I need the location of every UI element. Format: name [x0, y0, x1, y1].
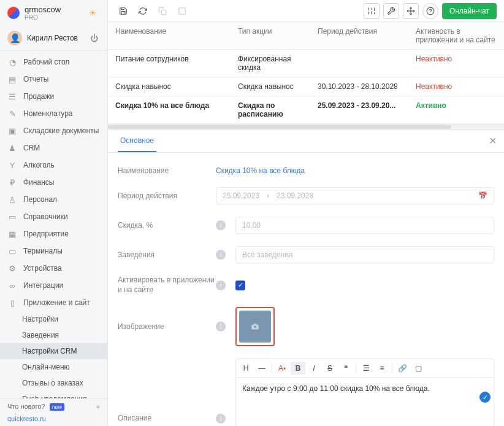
- online-chat-button[interactable]: Онлайн-чат: [442, 3, 497, 19]
- sidebar-item-app-and-site[interactable]: ▯Приложение и сайт: [0, 294, 107, 311]
- sidebar-item-settings[interactable]: Настройки: [0, 311, 107, 327]
- theme-toggle-icon[interactable]: ☀: [85, 6, 100, 20]
- table-row[interactable]: Питание сотрудников Фиксированная скидка…: [108, 50, 504, 77]
- sidebar-item-crm-settings[interactable]: Настройки CRM: [0, 343, 107, 359]
- color-icon[interactable]: A▾: [275, 362, 289, 375]
- sidebar-item-venues[interactable]: Заведения: [0, 327, 107, 343]
- move-icon[interactable]: [403, 3, 419, 19]
- collapse-sidebar-icon[interactable]: «: [96, 403, 100, 410]
- add-icon[interactable]: [174, 3, 190, 19]
- cell-activity: Неактивно: [408, 77, 504, 96]
- table-header: Наименование Тип акции Период действия А…: [108, 22, 504, 50]
- sidebar-item-label: Интеграции: [23, 281, 63, 290]
- th-period[interactable]: Период действия: [310, 22, 408, 49]
- sidebar-item-integrations[interactable]: ∞Интеграции: [0, 277, 107, 294]
- save-icon[interactable]: [115, 3, 131, 19]
- italic-icon[interactable]: I: [307, 362, 321, 375]
- sidebar-item-label: Финансы: [23, 178, 54, 187]
- sidebar-item-devices[interactable]: ⚙Устройства: [0, 260, 107, 277]
- filter-icon[interactable]: [364, 3, 380, 19]
- hr-icon[interactable]: —: [254, 362, 269, 375]
- sidebar-item-enterprise[interactable]: ▦Предприятие: [0, 225, 107, 242]
- sidebar-item-sales[interactable]: ☰Продажи: [0, 88, 107, 105]
- app-logo: [7, 7, 20, 19]
- finance-icon: ₽: [7, 177, 17, 187]
- horizontal-scrollbar[interactable]: [108, 125, 504, 130]
- strike-icon[interactable]: S: [323, 362, 337, 375]
- toolbar: Онлайн-чат: [108, 0, 504, 22]
- value-name[interactable]: Скидка 10% на все блюда: [216, 166, 305, 175]
- info-icon[interactable]: i: [216, 220, 226, 230]
- sidebar-item-label: Терминалы: [23, 247, 63, 255]
- settings-icon[interactable]: [383, 3, 399, 19]
- sidebar-item-finance[interactable]: ₽Финансы: [0, 174, 107, 191]
- th-name[interactable]: Наименование: [108, 22, 231, 49]
- cell-type: Скидка навынос: [231, 77, 310, 96]
- cell-period: 30.10.2023 - 28.10.2028: [310, 77, 408, 96]
- period-from: 25.09.2023: [223, 192, 259, 200]
- cell-activity: Неактивно: [408, 50, 504, 77]
- table-row[interactable]: Скидка навынос Скидка навынос 30.10.2023…: [108, 77, 504, 96]
- sidebar-item-dictionaries[interactable]: ▭Справочники: [0, 208, 107, 225]
- sidebar-item-label: Настройки: [22, 315, 58, 323]
- whats-new-link[interactable]: Что нового?: [7, 403, 45, 410]
- image-upload[interactable]: [235, 307, 275, 346]
- th-activity[interactable]: Активность в приложении и на сайте: [408, 22, 504, 49]
- heading-icon[interactable]: H: [239, 362, 253, 375]
- chart-icon: ▤: [7, 74, 17, 84]
- bold-icon[interactable]: B: [291, 362, 305, 375]
- info-icon[interactable]: i: [216, 414, 226, 424]
- sidebar-item-reports[interactable]: ▤Отчеты: [0, 71, 107, 88]
- info-icon[interactable]: i: [216, 281, 226, 290]
- help-icon[interactable]: [422, 3, 438, 19]
- info-icon[interactable]: i: [216, 250, 226, 260]
- close-icon[interactable]: ✕: [489, 135, 497, 147]
- sidebar-item-crm[interactable]: ♟CRM: [0, 139, 107, 157]
- calendar-icon[interactable]: 📅: [478, 192, 487, 200]
- gauge-icon: ◔: [7, 57, 17, 67]
- user-row: 👤 Кирилл Рестов ⏻: [0, 26, 107, 51]
- cell-activity: Активно: [408, 96, 504, 123]
- editor-body[interactable]: Каждое утро с 9:00 до 11:00 скидка 10% н…: [236, 378, 494, 426]
- sidebar-item-staff[interactable]: ♙Персонал: [0, 191, 107, 208]
- quote-icon[interactable]: ❝: [338, 362, 353, 375]
- link-icon[interactable]: 🔗: [395, 362, 410, 375]
- staff-icon: ♙: [7, 195, 17, 204]
- sidebar-item-dashboard[interactable]: ◔Рабочий стол: [0, 53, 107, 71]
- discount-input[interactable]: [235, 217, 494, 234]
- list-ul-icon[interactable]: ☰: [359, 362, 373, 375]
- site-link[interactable]: quickresto.ru: [0, 414, 107, 426]
- sidebar-item-reviews[interactable]: Отзывы о заказах: [0, 375, 107, 391]
- activate-checkbox[interactable]: ✓: [235, 281, 245, 290]
- cell-period: [310, 50, 408, 77]
- period-input[interactable]: 25.09.2023 › 23.09.2028 📅: [216, 187, 494, 204]
- table-row[interactable]: Скидка 10% на все блюда Скидка по распис…: [108, 96, 504, 124]
- venues-input[interactable]: [235, 246, 494, 263]
- sidebar-item-online-menu[interactable]: Онлайн-меню: [0, 359, 107, 375]
- label-discount: Скидка, %: [118, 221, 216, 230]
- sidebar-item-label: Заведения: [22, 331, 59, 339]
- refresh-icon[interactable]: [135, 3, 151, 19]
- sidebar-item-terminals[interactable]: ▭Терминалы: [0, 242, 107, 260]
- th-type[interactable]: Тип акции: [231, 22, 310, 49]
- sidebar-item-label: Справочники: [23, 212, 68, 221]
- new-badge: new: [50, 403, 65, 411]
- sidebar-item-alcohol[interactable]: YАлкоголь: [0, 157, 107, 174]
- camera-icon: [239, 311, 271, 343]
- copy-icon[interactable]: [155, 3, 170, 19]
- terminal-icon: ▭: [7, 246, 17, 256]
- logout-icon[interactable]: ⏻: [88, 32, 100, 44]
- check-badge-icon[interactable]: ✓: [479, 392, 491, 403]
- sidebar-item-warehouse[interactable]: ▣Складские документы: [0, 122, 107, 139]
- sidebar-item-label: Отзывы о заказах: [22, 379, 83, 387]
- tab-main[interactable]: Основное: [118, 130, 156, 152]
- sidebar-item-label: Номенклатура: [23, 109, 73, 118]
- image-icon[interactable]: ▢: [411, 362, 426, 375]
- info-icon[interactable]: i: [216, 322, 226, 331]
- sidebar-item-push[interactable]: Push-уведомления: [0, 391, 107, 398]
- detail-panel: Основное ✕ Наименование Скидка 10% на вс…: [108, 130, 504, 426]
- list-ol-icon[interactable]: ≡: [375, 362, 389, 375]
- period-to: 23.09.2028: [277, 192, 313, 200]
- sidebar-item-label: Онлайн-меню: [22, 363, 70, 371]
- sidebar-item-nomenclature[interactable]: ✎Номенклатура: [0, 105, 107, 122]
